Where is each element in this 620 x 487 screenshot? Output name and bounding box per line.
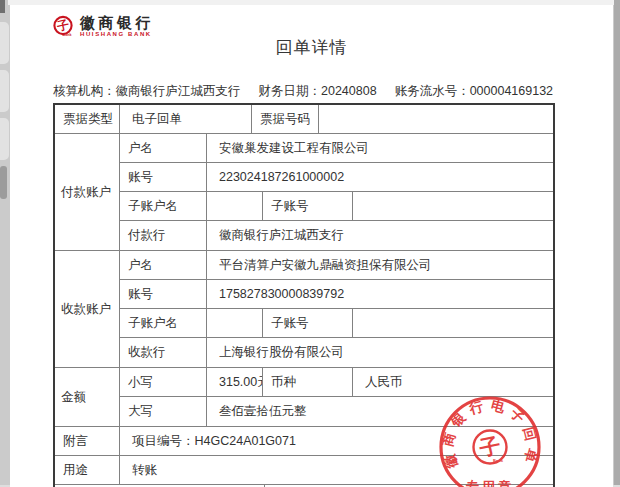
- field-label: 子账号: [263, 309, 353, 337]
- field-label: 户名: [120, 134, 207, 162]
- receipt-detail-panel: 子 Bank 徽商银行 HUISHANG BANK 回单详情 核算机构：徽商银行…: [10, 5, 613, 487]
- electronic-receipt-stamp: 徽商银行电子回单 子 Bank 专用章: [430, 387, 550, 487]
- huishang-bank-logo-icon: 子 Bank: [52, 15, 74, 37]
- payer-bank-row: 付款行 徽商银行庐江城西支行: [120, 221, 553, 250]
- payer-group-label: 付款账户: [55, 134, 120, 250]
- page-title: 回单详情: [10, 36, 613, 59]
- finance-date: 财务日期：20240808: [259, 83, 377, 100]
- bank-brand: 子 Bank 徽商银行 HUISHANG BANK: [52, 15, 154, 37]
- bill-number-label: 票据号码: [252, 105, 319, 133]
- payer-name-value: 安徽巢发建设工程有限公司: [207, 134, 553, 162]
- field-label: 户名: [120, 251, 207, 279]
- bill-type-value: 电子回单: [120, 105, 252, 133]
- payer-subname-value: [207, 192, 263, 220]
- field-label: 币种: [263, 368, 353, 396]
- payer-name-row: 户名 安徽巢发建设工程有限公司: [120, 134, 553, 163]
- payee-bank-value: 上海银行股份有限公司: [207, 338, 553, 367]
- payee-account-row: 账号 175827830000839792: [120, 280, 553, 309]
- payee-subno-value: [353, 309, 553, 337]
- bill-type-row: 票据类型 电子回单 票据号码: [55, 105, 553, 134]
- field-label: 收款行: [120, 338, 207, 367]
- left-scrollbar-thumb[interactable]: [0, 166, 7, 199]
- background-corner-mark: [0, 0, 5, 13]
- bill-type-label: 票据类型: [55, 105, 120, 133]
- field-label: 小写: [120, 368, 207, 396]
- vertical-scrollbar[interactable]: [614, 0, 620, 487]
- payee-group: 收款账户 户名 平台清算户安徽九鼎融资担保有限公司 账号 17582783000…: [55, 251, 553, 368]
- bill-number-value: [319, 105, 553, 133]
- payer-bank-value: 徽商银行庐江城西支行: [207, 221, 553, 250]
- bank-name-cn: 徽商银行: [80, 15, 154, 30]
- transaction-serial: 账务流水号：000004169132: [395, 83, 553, 100]
- amount-lower-value: 315.00元: [207, 368, 263, 396]
- payee-name-row: 户名 平台清算户安徽九鼎融资担保有限公司: [120, 251, 553, 280]
- field-label: 付款行: [120, 221, 207, 250]
- field-label: 账号: [120, 280, 207, 308]
- payee-bank-row: 收款行 上海银行股份有限公司: [120, 338, 553, 367]
- amount-group-label: 金额: [55, 368, 120, 426]
- payee-subname-value: [207, 309, 263, 337]
- payee-account-value: 175827830000839792: [207, 280, 553, 308]
- payee-name-value: 平台清算户安徽九鼎融资担保有限公司: [207, 251, 553, 279]
- purpose-label: 用途: [55, 456, 120, 484]
- payer-account-value: 223024187261000002: [207, 163, 553, 191]
- payer-group: 付款账户 户名 安徽巢发建设工程有限公司 账号 2230241872610000…: [55, 134, 553, 251]
- field-label: 子账户名: [120, 192, 207, 220]
- payer-subaccount-row: 子账户名 子账号: [120, 192, 553, 221]
- payee-subaccount-row: 子账户名 子账号: [120, 309, 553, 338]
- payer-subno-value: [353, 192, 553, 220]
- field-label: 子账号: [263, 192, 353, 220]
- stamp-bottom-text: 专用章: [465, 479, 514, 487]
- remark-label: 附言: [55, 427, 120, 455]
- receipt-meta: 核算机构：徽商银行庐江城西支行 财务日期：20240808 账务流水号：0000…: [53, 83, 553, 100]
- accounting-org: 核算机构：徽商银行庐江城西支行: [53, 83, 241, 100]
- stamp-bank-mark: Bank: [493, 458, 504, 463]
- payee-group-label: 收款账户: [55, 251, 120, 367]
- field-label: 大写: [120, 397, 207, 426]
- background-button-shape: [0, 22, 9, 64]
- background-button-shape: [0, 70, 9, 112]
- background-button-shape: [0, 118, 9, 160]
- stamp-logo-glyph: 子: [476, 433, 502, 460]
- payer-account-row: 账号 223024187261000002: [120, 163, 553, 192]
- field-label: 账号: [120, 163, 207, 191]
- field-label: 子账户名: [120, 309, 207, 337]
